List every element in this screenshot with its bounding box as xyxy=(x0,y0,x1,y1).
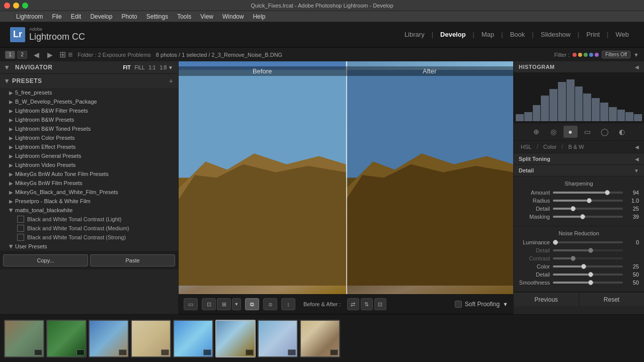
preset-group-user[interactable]: ▶ User Presets xyxy=(5,242,178,251)
navigator-header[interactable]: ▶ Navigator FIT FILL 1:1 1:8 ▼ xyxy=(0,61,178,74)
film-thumb-7[interactable] xyxy=(300,320,340,357)
paste-button[interactable]: Paste xyxy=(90,254,175,266)
preset-item-1[interactable]: Black and White Tonal Contrast (Medium) xyxy=(5,224,178,233)
preset-group-1[interactable]: ▶ B_W_Develop_Presets_Package xyxy=(5,97,178,106)
film-thumb-4[interactable] xyxy=(173,320,213,357)
prev-arrow[interactable]: ◀ xyxy=(32,51,41,59)
view-btn-1[interactable]: ⊡ xyxy=(202,298,216,310)
menu-edit[interactable]: Edit xyxy=(67,12,86,21)
page-btn-2[interactable]: 2 xyxy=(17,51,27,59)
heal-tool[interactable]: ◎ xyxy=(546,126,560,138)
preset-group-2[interactable]: ▶ Lightroom B&W Filter Presets xyxy=(5,106,178,115)
compare-btn-2[interactable]: ⧈ xyxy=(263,298,277,310)
noise-color-thumb[interactable] xyxy=(581,264,586,269)
presets-header[interactable]: ▶ Presets + xyxy=(0,74,178,88)
menu-tools[interactable]: Tools xyxy=(173,12,195,21)
menu-settings[interactable]: Settings xyxy=(142,12,172,21)
next-arrow[interactable]: ▶ xyxy=(46,51,54,59)
filter-dot-blue[interactable] xyxy=(589,53,593,57)
compare-btn[interactable]: ⧉ xyxy=(245,298,259,310)
hsl-collapse[interactable]: ◀ xyxy=(635,144,639,150)
nav-1-1[interactable]: 1:1 xyxy=(149,65,156,70)
preset-item-2[interactable]: Black and White Tonal Contrast (Strong) xyxy=(5,233,178,242)
split-toning-collapse[interactable]: ◀ xyxy=(635,156,639,162)
preset-group-9[interactable]: ▶ MikeyGs BnW Auto Tone Film Presets xyxy=(5,169,178,178)
noise-color-detail-thumb[interactable] xyxy=(588,272,593,277)
maximize-btn[interactable] xyxy=(22,3,28,9)
nav-1-8[interactable]: 1:8 ▼ xyxy=(159,65,173,70)
redeye-tool[interactable]: ● xyxy=(564,126,578,138)
preset-group-7[interactable]: ▶ Lightroom General Presets xyxy=(5,151,178,160)
hsl-tab-hsl[interactable]: HSL xyxy=(519,143,533,151)
preset-group-8[interactable]: ▶ Lightroom Video Presets xyxy=(5,160,178,169)
preset-group-11[interactable]: ▶ MikeyGs_Black_and_White_Film_Presets xyxy=(5,188,178,197)
menu-photo[interactable]: Photo xyxy=(117,12,141,21)
tab-book[interactable]: Book xyxy=(505,29,530,40)
tab-slideshow[interactable]: Slideshow xyxy=(536,29,576,40)
film-thumb-1[interactable] xyxy=(46,320,87,357)
preset-group-5[interactable]: ▶ Lightroom Color Presets xyxy=(5,133,178,142)
preset-group-10[interactable]: ▶ MikeyGs BnW Film Presets xyxy=(5,178,178,188)
preset-group-3[interactable]: ▶ Lightroom B&W Presets xyxy=(5,115,178,124)
previous-button[interactable]: Previous xyxy=(514,293,579,306)
sharpening-masking-thumb[interactable] xyxy=(580,214,585,219)
sharpening-detail-track[interactable] xyxy=(553,208,623,210)
hsl-tab-color[interactable]: Color xyxy=(541,143,558,151)
nav-fit[interactable]: FIT xyxy=(123,65,131,70)
soft-proofing-label[interactable]: Soft Proofing xyxy=(465,301,500,308)
noise-luminance-thumb[interactable] xyxy=(553,240,558,245)
tab-map[interactable]: Map xyxy=(476,29,499,40)
compare-btn-3[interactable]: ↕ xyxy=(281,298,295,310)
sharpening-amount-thumb[interactable] xyxy=(605,190,610,195)
ba-flip-btn[interactable]: ⇅ xyxy=(361,298,373,310)
gradient-tool[interactable]: ▭ xyxy=(581,126,595,138)
soft-proof-checkbox[interactable] xyxy=(455,301,462,308)
menu-window[interactable]: Window xyxy=(218,12,248,21)
minimize-btn[interactable] xyxy=(13,3,19,9)
noise-luminance-track[interactable] xyxy=(553,241,623,243)
menu-view[interactable]: View xyxy=(196,12,217,21)
traffic-lights[interactable] xyxy=(4,3,28,9)
ba-copy-btn[interactable]: ⇄ xyxy=(347,298,359,310)
preset-group-13[interactable]: ▶ matts_tonal_blackwhite xyxy=(5,206,178,215)
detail-collapse[interactable]: ▼ xyxy=(634,168,639,173)
preset-item-0[interactable]: Black and White Tonal Contrast (Light) xyxy=(5,215,178,224)
close-btn[interactable] xyxy=(4,3,10,9)
view-btn-dropdown[interactable]: ▼ xyxy=(232,298,241,310)
ba-reset-btn[interactable]: ⊡ xyxy=(374,298,386,310)
menu-help[interactable]: Help xyxy=(249,12,270,21)
preset-group-12[interactable]: ▶ Presetpro - Black & White Film xyxy=(5,197,178,206)
page-btn-1[interactable]: 1 xyxy=(5,51,15,59)
tab-library[interactable]: Library xyxy=(399,29,430,40)
film-thumb-3[interactable] xyxy=(131,320,171,357)
noise-smoothness-thumb[interactable] xyxy=(588,280,593,285)
hsl-tab-bw[interactable]: B & W xyxy=(566,143,586,151)
film-thumb-2[interactable] xyxy=(89,320,129,357)
filter-dot-yellow[interactable] xyxy=(578,53,582,57)
grid-view-btn[interactable]: ⊞ xyxy=(59,50,66,59)
noise-color-track[interactable] xyxy=(553,265,623,267)
crop-tool[interactable]: ⊕ xyxy=(529,126,543,138)
view-btn-2[interactable]: ⊞ xyxy=(217,298,231,310)
list-view-btn[interactable]: ≡ xyxy=(68,50,72,59)
film-thumb-6[interactable] xyxy=(258,320,298,357)
menu-lightroom[interactable]: Lightroom xyxy=(12,12,47,21)
brush-tool[interactable]: ◐ xyxy=(615,126,629,138)
filter-dot-red[interactable] xyxy=(573,53,577,57)
sharpening-masking-track[interactable] xyxy=(553,216,623,218)
preset-group-4[interactable]: ▶ Lightroom B&W Toned Presets xyxy=(5,124,178,133)
crop-btn[interactable]: ▭ xyxy=(184,298,198,310)
sharpening-detail-thumb[interactable] xyxy=(571,206,576,211)
before-after-divider[interactable] xyxy=(346,61,347,294)
tab-web[interactable]: Web xyxy=(611,29,634,40)
histogram-collapse[interactable]: ◀ xyxy=(635,64,639,70)
sharpening-amount-track[interactable] xyxy=(553,192,623,194)
filter-dot-purple[interactable] xyxy=(595,53,599,57)
preset-group-0[interactable]: ▶ 5_free_presets xyxy=(5,88,178,97)
radial-tool[interactable]: ◯ xyxy=(598,126,612,138)
filter-dot-green[interactable] xyxy=(584,53,588,57)
menu-file[interactable]: File xyxy=(48,12,65,21)
noise-smoothness-track[interactable] xyxy=(553,282,623,284)
film-thumb-5[interactable] xyxy=(215,320,256,357)
tab-print[interactable]: Print xyxy=(581,29,605,40)
